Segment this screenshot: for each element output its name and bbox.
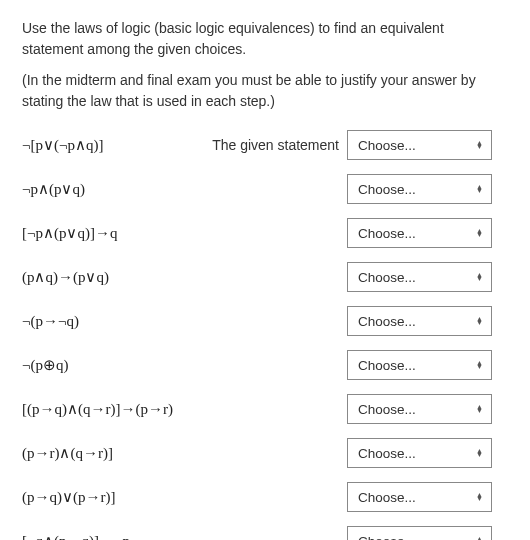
select-placeholder: Choose... <box>358 358 416 373</box>
expression: ¬[p∨(¬p∧q)] <box>22 136 192 154</box>
question-row: [¬q∧(p→q)]→¬p Choose... <box>22 526 508 540</box>
expression: ¬(p→¬q) <box>22 313 192 330</box>
answer-select[interactable]: Choose... <box>347 218 492 248</box>
select-placeholder: Choose... <box>358 402 416 417</box>
answer-select[interactable]: Choose... <box>347 350 492 380</box>
select-placeholder: Choose... <box>358 446 416 461</box>
given-statement-label: The given statement <box>192 137 347 153</box>
select-placeholder: Choose... <box>358 138 416 153</box>
expression: [(p→q)∧(q→r)]→(p→r) <box>22 400 192 418</box>
chevron-updown-icon <box>476 185 483 193</box>
question-row: (p∧q)→(p∨q) Choose... <box>22 262 508 292</box>
expression: (p→r)∧(q→r)] <box>22 444 192 462</box>
answer-select[interactable]: Choose... <box>347 526 492 540</box>
chevron-updown-icon <box>476 317 483 325</box>
select-placeholder: Choose... <box>358 270 416 285</box>
select-placeholder: Choose... <box>358 182 416 197</box>
chevron-updown-icon <box>476 273 483 281</box>
answer-select[interactable]: Choose... <box>347 174 492 204</box>
expression: ¬(p⊕q) <box>22 356 192 374</box>
expression: (p∧q)→(p∨q) <box>22 268 192 286</box>
expression: [¬p∧(p∨q)]→q <box>22 224 192 242</box>
select-placeholder: Choose... <box>358 490 416 505</box>
question-row: (p→r)∧(q→r)] Choose... <box>22 438 508 468</box>
question-row: ¬[p∨(¬p∧q)] The given statement Choose..… <box>22 130 508 160</box>
question-row: (p→q)∨(p→r)] Choose... <box>22 482 508 512</box>
answer-select[interactable]: Choose... <box>347 482 492 512</box>
answer-select[interactable]: Choose... <box>347 438 492 468</box>
chevron-updown-icon <box>476 141 483 149</box>
question-rows: ¬[p∨(¬p∧q)] The given statement Choose..… <box>22 130 508 540</box>
answer-select[interactable]: Choose... <box>347 262 492 292</box>
chevron-updown-icon <box>476 449 483 457</box>
chevron-updown-icon <box>476 361 483 369</box>
expression: ¬p∧(p∨q) <box>22 180 192 198</box>
expression: (p→q)∨(p→r)] <box>22 488 192 506</box>
question-row: [¬p∧(p∨q)]→q Choose... <box>22 218 508 248</box>
chevron-updown-icon <box>476 405 483 413</box>
instruction-line-1: Use the laws of logic (basic logic equiv… <box>22 18 508 60</box>
question-row: ¬(p⊕q) Choose... <box>22 350 508 380</box>
chevron-updown-icon <box>476 229 483 237</box>
question-row: [(p→q)∧(q→r)]→(p→r) Choose... <box>22 394 508 424</box>
expression: [¬q∧(p→q)]→¬p <box>22 532 192 540</box>
instruction-line-2: (In the midterm and final exam you must … <box>22 70 508 112</box>
select-placeholder: Choose... <box>358 534 416 541</box>
answer-select[interactable]: Choose... <box>347 130 492 160</box>
instructions: Use the laws of logic (basic logic equiv… <box>22 18 508 112</box>
question-row: ¬(p→¬q) Choose... <box>22 306 508 336</box>
answer-select[interactable]: Choose... <box>347 306 492 336</box>
chevron-updown-icon <box>476 493 483 501</box>
select-placeholder: Choose... <box>358 314 416 329</box>
select-placeholder: Choose... <box>358 226 416 241</box>
answer-select[interactable]: Choose... <box>347 394 492 424</box>
question-row: ¬p∧(p∨q) Choose... <box>22 174 508 204</box>
